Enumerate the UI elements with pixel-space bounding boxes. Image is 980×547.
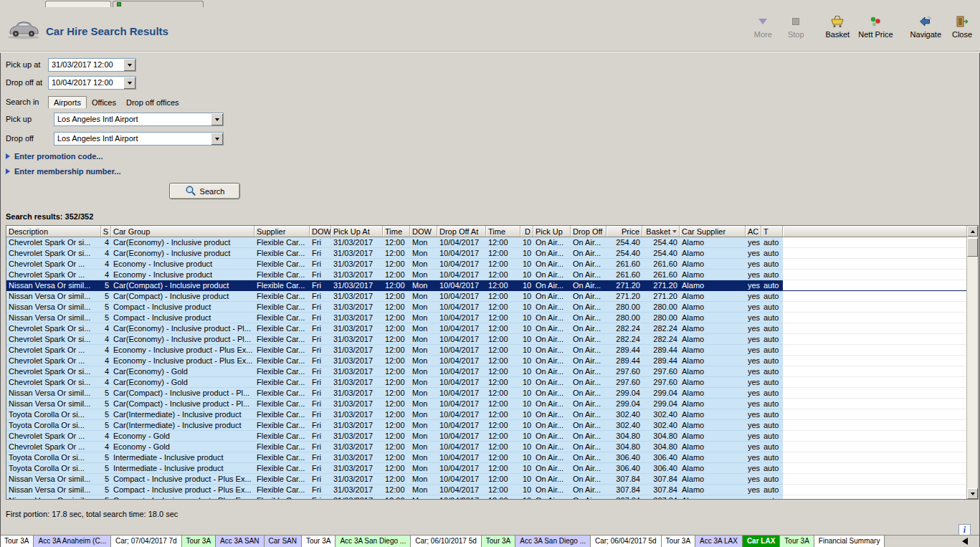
tabs-scroll-left-button[interactable] <box>957 536 973 547</box>
table-row[interactable]: Chevrolet Spark Or si...4Car(Economy) - … <box>6 323 966 334</box>
column-header-basket[interactable]: Basket <box>642 226 680 237</box>
cell: 12:00 <box>486 280 520 291</box>
column-header-drop-off-at[interactable]: Drop Off At <box>437 226 486 237</box>
table-row[interactable]: Chevrolet Spark Or si...4Car(Economy) - … <box>6 366 966 377</box>
pickup-location-select[interactable]: Los Angeles Intl Airport <box>54 113 224 126</box>
table-row[interactable]: Chevrolet Spark Or ...4Economy - Inclusi… <box>6 259 966 270</box>
promotion-code-toggle[interactable]: Enter promotion code... <box>6 152 103 161</box>
table-row[interactable]: Chevrolet Spark Or si...4Car(Economy) - … <box>6 377 966 388</box>
bottom-tab[interactable]: Financial Summary <box>814 536 885 547</box>
dropdown-arrow-icon[interactable] <box>211 133 223 145</box>
table-row[interactable]: Chevrolet Spark Or ...4Economy - Inclusi… <box>6 270 966 280</box>
column-header-time[interactable]: Time <box>486 226 520 237</box>
column-header-d[interactable]: D <box>520 226 533 237</box>
table-row[interactable]: Chevrolet Spark Or ...4Economy - Inclusi… <box>6 345 966 356</box>
bottom-tab[interactable]: Tour 3A <box>182 536 216 547</box>
bottom-tab[interactable]: Acc 3A San Diego ... <box>336 536 411 547</box>
bottom-tab[interactable]: Tour 3A <box>302 536 336 547</box>
search-in-tabs: Airports Offices Drop off offices <box>48 95 184 108</box>
bottom-tab[interactable]: Car; 06/10/2017 5d <box>411 536 482 547</box>
cell: 10 <box>520 313 533 323</box>
table-row[interactable]: Nissan Versa Or simil...5Compact - Inclu… <box>6 313 966 323</box>
tab-offices[interactable]: Offices <box>87 97 121 108</box>
table-row[interactable]: Chevrolet Spark Or si...4Car(Economy) - … <box>6 248 966 259</box>
stop-button[interactable]: Stop <box>784 14 808 39</box>
column-header-drop-off[interactable]: Drop Off <box>571 226 606 237</box>
search-button-label: Search <box>200 187 225 196</box>
column-header-description[interactable]: Description <box>6 226 101 237</box>
column-header-pick-up[interactable]: Pick Up <box>533 226 571 237</box>
basket-button[interactable]: Basket <box>825 14 850 39</box>
column-header-price[interactable]: Price <box>606 226 642 237</box>
table-row[interactable]: Nissan Versa Or simil...5Car(Compact) - … <box>6 280 966 291</box>
table-row[interactable]: Nissan Versa Or simil...5Compact - Inclu… <box>6 495 966 499</box>
column-header-car-supplier[interactable]: Car Supplier <box>680 226 746 237</box>
bottom-tab[interactable]: Car LAX <box>743 536 780 547</box>
bottom-tab[interactable]: Car SAN <box>265 536 302 547</box>
bottom-tab[interactable]: Car; 07/04/2017 7d <box>111 536 182 547</box>
cell: On Air... <box>571 495 606 499</box>
search-button[interactable]: Search <box>169 183 240 199</box>
more-button[interactable]: More <box>751 14 775 39</box>
table-row[interactable]: Toyota Corolla Or si...5Car(Intermediate… <box>6 409 966 420</box>
pickup-at-select[interactable]: 31/03/2017 12:00 <box>48 58 136 72</box>
table-row[interactable]: Nissan Versa Or simil...5Compact - Inclu… <box>6 474 966 485</box>
scrollbar-thumb[interactable] <box>967 238 978 257</box>
bottom-tab[interactable]: Acc 3A Anaheim (C... <box>34 536 111 547</box>
table-row[interactable]: Nissan Versa Or simil...5Car(Compact) - … <box>6 388 966 399</box>
row-filler <box>783 356 966 366</box>
dropoff-at-select[interactable]: 10/04/2017 12:00 <box>48 76 136 90</box>
column-header-s[interactable]: S <box>101 226 111 237</box>
navigate-button[interactable]: Navigate <box>910 14 941 39</box>
cell: 31/03/2017 <box>331 431 383 442</box>
nett-price-button[interactable]: Nett Price <box>858 14 893 39</box>
column-header-car-group[interactable]: Car Group <box>111 226 254 237</box>
table-row[interactable]: Chevrolet Spark Or ...4Economy - GoldFle… <box>6 431 966 442</box>
cell: auto <box>761 291 783 302</box>
table-row[interactable]: Chevrolet Spark Or si...4Car(Economy) - … <box>6 334 966 345</box>
tab-airports[interactable]: Airports <box>48 96 87 108</box>
table-row[interactable]: Chevrolet Spark Or ...4Economy - Inclusi… <box>6 356 966 366</box>
dropoff-location-select[interactable]: Los Angeles Intl Airport <box>54 132 224 146</box>
tab-drop-off-offices[interactable]: Drop off offices <box>121 97 184 108</box>
cell: Alamo <box>680 345 746 356</box>
results-scrollbar[interactable] <box>966 226 978 499</box>
scroll-down-button[interactable] <box>967 488 978 499</box>
table-row[interactable]: Toyota Corolla Or si...5Car(Intermediate… <box>6 420 966 431</box>
table-row[interactable]: Chevrolet Spark Or si...4Car(Economy) - … <box>6 237 966 248</box>
membership-number-toggle[interactable]: Enter membership number... <box>6 167 121 176</box>
column-header-dow[interactable]: DOW <box>310 226 331 237</box>
bottom-tab[interactable]: Acc 3A San Diego ... <box>515 536 591 547</box>
scroll-up-button[interactable] <box>967 226 978 237</box>
column-header-ac[interactable]: AC <box>746 226 761 237</box>
bottom-tab[interactable]: Tour 3A <box>662 536 695 547</box>
cell: Nissan Versa Or simil... <box>6 313 101 323</box>
table-row[interactable]: Nissan Versa Or simil...5Compact - Inclu… <box>6 485 966 495</box>
table-row[interactable]: Nissan Versa Or simil...5Car(Compact) - … <box>6 291 966 302</box>
bottom-tab[interactable]: Car; 06/04/2017 5d <box>591 536 662 547</box>
column-header-pick-up-at[interactable]: Pick Up At <box>331 226 383 237</box>
cell: Chevrolet Spark Or si... <box>6 248 101 259</box>
column-header-dow[interactable]: DOW <box>410 226 437 237</box>
bottom-tab[interactable]: Tour 3A <box>780 536 814 547</box>
cell: On Air... <box>533 280 571 291</box>
table-row[interactable]: Toyota Corolla Or si...5Intermediate - I… <box>6 452 966 463</box>
close-button[interactable]: Close <box>950 14 974 39</box>
cell: auto <box>761 495 783 499</box>
bottom-tab[interactable]: Tour 3A <box>482 536 515 547</box>
table-row[interactable]: Nissan Versa Or simil...5Car(Compact) - … <box>6 399 966 409</box>
table-row[interactable]: Chevrolet Spark Or ...4Economy - GoldFle… <box>6 442 966 452</box>
column-header-t[interactable]: T <box>761 226 783 237</box>
table-row[interactable]: Toyota Corolla Or si...5Intermediate - I… <box>6 463 966 474</box>
dropdown-arrow-icon[interactable] <box>211 113 223 125</box>
table-row[interactable]: Nissan Versa Or simil...5Compact - Inclu… <box>6 302 966 313</box>
bottom-tab[interactable]: Acc 3A LAX <box>695 536 743 547</box>
column-header-time[interactable]: Time <box>383 226 410 237</box>
bottom-tab[interactable]: Tour 3A <box>0 536 34 547</box>
column-header-supplier[interactable]: Supplier <box>254 226 310 237</box>
dropdown-arrow-icon[interactable] <box>123 59 135 71</box>
cell: 10 <box>520 345 533 356</box>
info-icon[interactable] <box>958 524 971 536</box>
bottom-tab[interactable]: Acc 3A SAN <box>216 536 264 547</box>
dropdown-arrow-icon[interactable] <box>123 77 135 89</box>
